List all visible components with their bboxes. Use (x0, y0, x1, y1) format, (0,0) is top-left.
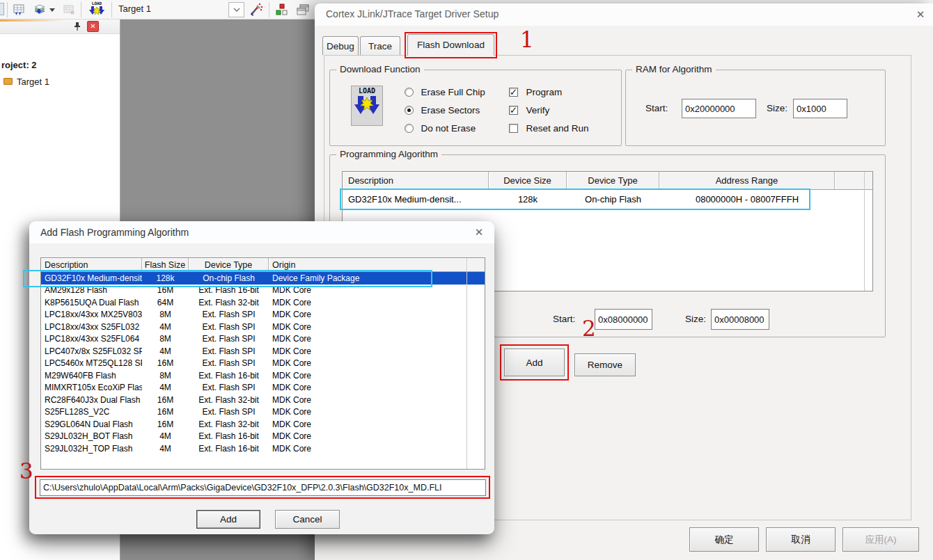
table-cell: MDK Core (269, 358, 467, 368)
options-for-target-button[interactable] (246, 1, 265, 18)
tab-flash-download[interactable]: Flash Download (407, 34, 494, 56)
column-header[interactable]: Flash Size (142, 258, 189, 271)
add-algorithm-button[interactable]: Add (504, 349, 565, 376)
toolbar-separator (111, 2, 112, 17)
tab-label: Debug (327, 41, 354, 51)
table-cell: LPC5460x MT25QL128 SPIFI (41, 358, 142, 368)
checkbox-reset-and-run[interactable]: Reset and Run (509, 123, 589, 136)
target-select-dropdown[interactable] (228, 2, 244, 17)
manage-components-button[interactable] (273, 1, 291, 18)
radio-label: Erase Sectors (421, 105, 480, 115)
project-tree-item-target[interactable]: Target 1 (17, 77, 49, 87)
radio-erase-full-chip[interactable]: Erase Full Chip (405, 87, 485, 99)
table-cell: 16M (142, 419, 189, 429)
dialog-close-button[interactable]: ✕ (471, 224, 487, 241)
pin-button[interactable] (72, 21, 83, 32)
cancel-button[interactable]: 取消 (766, 527, 836, 552)
ram-size-input[interactable] (793, 99, 847, 118)
checkbox-icon[interactable] (509, 124, 518, 133)
cancel-add-button[interactable]: Cancel (275, 510, 340, 529)
table-header: DescriptionFlash SizeDevice TypeOrigin (41, 258, 485, 272)
table-row[interactable]: AM29x128 Flash16MExt. Flash 16-bitMDK Co… (41, 285, 485, 297)
remove-algorithm-button[interactable]: Remove (574, 353, 636, 376)
table-row[interactable]: LPC18xx/43xx S25FL032 SP...4MExt. Flash … (41, 321, 485, 333)
windows-button[interactable] (294, 1, 312, 18)
table-cell: Ext. Flash SPI (189, 383, 269, 392)
flash-size-input[interactable] (711, 309, 769, 330)
checkbox-verify[interactable]: Verify (509, 105, 549, 118)
rebuild-dropdown[interactable] (47, 1, 57, 18)
checkbox-program[interactable]: Program (509, 87, 562, 99)
column-header[interactable]: Device Type (189, 258, 269, 271)
ram-start-input[interactable] (682, 99, 756, 118)
table-cell: S25FL128S_V2C (41, 407, 142, 417)
radio-do-not-erase[interactable]: Do not Erase (405, 123, 476, 136)
checkbox-icon[interactable] (509, 88, 518, 97)
table-cell: Ext. Flash SPI (189, 334, 269, 344)
column-header[interactable]: Description (41, 258, 142, 271)
column-header[interactable]: Device Type (567, 172, 659, 189)
table-body: GD32F10x Medium-density F...128kOn-chip … (41, 272, 485, 455)
flash-start-input[interactable] (595, 309, 652, 330)
checkbox-label: Program (526, 87, 562, 97)
table-row[interactable]: S29JL032H_BOT Flash4MExt. Flash 16-bitMD… (41, 431, 485, 443)
table-row[interactable]: LPC18xx/43xx S25FL064 SP...8MExt. Flash … (41, 333, 485, 346)
table-row[interactable]: GD32F10x Medium-density F...128kOn-chip … (41, 272, 485, 285)
project-tree-heading[interactable]: roject: 2 (1, 60, 37, 70)
radio-icon[interactable] (405, 124, 414, 133)
column-header[interactable]: Device Size (489, 172, 567, 189)
table-row[interactable]: S29JL032H_TOP Flash4MExt. Flash 16-bitMD… (41, 442, 485, 455)
table-row[interactable]: LPC18xx/43xx MX25V8035F...8MExt. Flash S… (41, 309, 485, 321)
table-cell: Ext. Flash SPI (189, 346, 269, 356)
confirm-add-button[interactable]: Add (196, 510, 260, 529)
rebuild-button[interactable] (31, 1, 49, 18)
checkbox-icon[interactable] (509, 106, 518, 115)
target-select[interactable]: Target 1 (118, 3, 223, 14)
tab-debug[interactable]: Debug (322, 36, 359, 55)
table-cell: 16M (142, 395, 189, 405)
column-header[interactable]: Address Range (659, 172, 835, 189)
table-row[interactable]: LPC5460x MT25QL128 SPIFI16MExt. Flash SP… (41, 358, 485, 370)
table-row[interactable]: RC28F640J3x Dual Flash16MExt. Flash 32-b… (41, 394, 485, 406)
table-cell: AM29x128 Flash (41, 285, 142, 295)
table-cell: 4M (142, 444, 189, 454)
table-cell: MDK Core (269, 444, 467, 454)
table-cell: LPC18xx/43xx S25FL064 SP... (41, 334, 142, 344)
table-cell: 4M (142, 346, 189, 356)
table-row[interactable]: S29GL064N Dual Flash16MExt. Flash 32-bit… (41, 418, 485, 431)
table-row[interactable]: LPC407x/8x S25FL032 SPIFI4MExt. Flash SP… (41, 345, 485, 358)
dialog-title: Add Flash Programming Algorithm (40, 227, 189, 238)
table-cell: Ext. Flash SPI (189, 407, 269, 417)
table-row[interactable]: S25FL128S_V2C16MExt. Flash SPIMDK Core (41, 406, 485, 419)
column-header[interactable]: Description (343, 172, 489, 189)
table-cell: MDK Core (269, 346, 467, 356)
load-flash-icon: LOAD (351, 86, 383, 126)
button-label: Add (220, 514, 237, 525)
table-cell: Ext. Flash 16-bit (189, 444, 269, 454)
table-cell: MDK Core (269, 407, 467, 417)
dialog-close-button[interactable]: ✕ (912, 6, 929, 23)
table-row[interactable]: K8P5615UQA Dual Flash64MExt. Flash 32-bi… (41, 296, 485, 309)
radio-icon[interactable] (405, 88, 414, 97)
ok-button[interactable]: 确定 (689, 527, 759, 552)
radio-erase-sectors[interactable]: Erase Sectors (405, 105, 480, 118)
table-cell: Ext. Flash 16-bit (189, 285, 269, 295)
button-label: 取消 (792, 534, 810, 546)
table-row[interactable]: GD32F10x Medium-densit...128kOn-chip Fla… (343, 190, 872, 209)
column-header[interactable]: Origin (269, 258, 467, 271)
table-cell: 4M (142, 383, 189, 392)
table-cell: Ext. Flash SPI (189, 322, 269, 332)
table-cell: On-chip Flash (189, 273, 269, 283)
table-cell: M29W640FB Flash (41, 371, 142, 381)
build-button[interactable] (10, 1, 28, 18)
group-legend: Download Function (336, 64, 424, 74)
load-icon: LOAD (88, 1, 105, 18)
table-cell: S29GL064N Dual Flash (41, 419, 142, 429)
radio-icon[interactable] (405, 106, 414, 115)
panel-close-button[interactable]: ✕ (87, 21, 99, 32)
table-row[interactable]: M29W640FB Flash8MExt. Flash 16-bitMDK Co… (41, 369, 485, 382)
tab-trace[interactable]: Trace (360, 36, 400, 55)
table-row[interactable]: MIMXRT105x EcoXiP Flash4MExt. Flash SPIM… (41, 382, 485, 394)
algorithm-path-input[interactable] (40, 479, 486, 496)
load-button[interactable]: LOAD (86, 1, 107, 18)
